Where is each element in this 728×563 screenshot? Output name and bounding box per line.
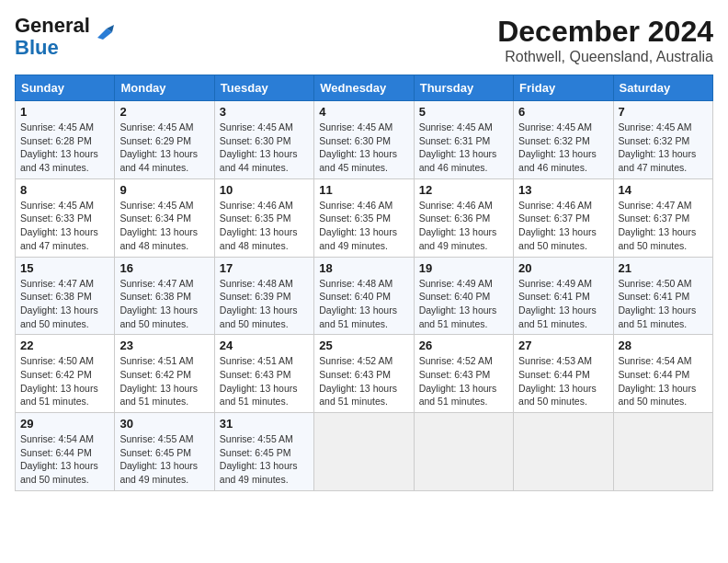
table-row — [314, 413, 414, 491]
day-detail: Sunrise: 4:45 AM Sunset: 6:34 PM Dayligh… — [119, 199, 209, 253]
day-detail: Sunrise: 4:45 AM Sunset: 6:33 PM Dayligh… — [20, 199, 109, 253]
table-row: 16 Sunrise: 4:47 AM Sunset: 6:38 PM Dayl… — [115, 257, 214, 335]
table-row: 2 Sunrise: 4:45 AM Sunset: 6:29 PM Dayli… — [115, 101, 214, 179]
calendar-week-row: 8 Sunrise: 4:45 AM Sunset: 6:33 PM Dayli… — [16, 178, 713, 257]
table-row: 31 Sunrise: 4:55 AM Sunset: 6:45 PM Dayl… — [214, 413, 313, 491]
day-number: 10 — [220, 183, 309, 197]
table-row: 24 Sunrise: 4:51 AM Sunset: 6:43 PM Dayl… — [214, 335, 313, 413]
day-number: 30 — [119, 417, 209, 431]
day-number: 9 — [119, 183, 209, 197]
table-row: 14 Sunrise: 4:47 AM Sunset: 6:37 PM Dayl… — [613, 178, 712, 257]
day-detail: Sunrise: 4:51 AM Sunset: 6:42 PM Dayligh… — [119, 354, 209, 408]
day-header-monday: Monday — [115, 75, 214, 101]
header: General Blue December 2024 Rothwell, Que… — [15, 15, 713, 65]
table-row: 1 Sunrise: 4:45 AM Sunset: 6:28 PM Dayli… — [16, 101, 115, 179]
table-row: 6 Sunrise: 4:45 AM Sunset: 6:32 PM Dayli… — [514, 101, 613, 179]
day-detail: Sunrise: 4:45 AM Sunset: 6:28 PM Dayligh… — [20, 121, 109, 175]
table-row — [613, 413, 712, 491]
day-number: 21 — [619, 261, 708, 275]
day-number: 13 — [518, 183, 608, 197]
table-row: 10 Sunrise: 4:46 AM Sunset: 6:35 PM Dayl… — [214, 178, 313, 257]
day-number: 15 — [20, 261, 109, 275]
day-header-tuesday: Tuesday — [214, 75, 313, 101]
table-row — [514, 413, 613, 491]
table-row: 19 Sunrise: 4:49 AM Sunset: 6:40 PM Dayl… — [414, 257, 513, 335]
title-area: December 2024 Rothwell, Queensland, Aust… — [497, 15, 713, 65]
table-row: 17 Sunrise: 4:48 AM Sunset: 6:39 PM Dayl… — [214, 257, 313, 335]
day-number: 26 — [419, 339, 508, 352]
day-detail: Sunrise: 4:46 AM Sunset: 6:37 PM Dayligh… — [518, 199, 608, 253]
table-row: 12 Sunrise: 4:46 AM Sunset: 6:36 PM Dayl… — [414, 178, 513, 257]
day-detail: Sunrise: 4:48 AM Sunset: 6:39 PM Dayligh… — [220, 277, 309, 331]
day-number: 4 — [319, 105, 408, 119]
table-row: 22 Sunrise: 4:50 AM Sunset: 6:42 PM Dayl… — [16, 335, 115, 413]
day-detail: Sunrise: 4:53 AM Sunset: 6:44 PM Dayligh… — [518, 354, 608, 408]
calendar-header-row: Sunday Monday Tuesday Wednesday Thursday… — [16, 75, 713, 101]
calendar-week-row: 22 Sunrise: 4:50 AM Sunset: 6:42 PM Dayl… — [16, 335, 713, 413]
page-title: December 2024 — [497, 15, 713, 49]
logo-bird-icon — [94, 23, 114, 43]
table-row: 20 Sunrise: 4:49 AM Sunset: 6:41 PM Dayl… — [514, 257, 613, 335]
day-detail: Sunrise: 4:49 AM Sunset: 6:40 PM Dayligh… — [419, 277, 508, 331]
day-number: 16 — [119, 261, 209, 275]
day-number: 8 — [20, 183, 109, 197]
calendar-week-row: 1 Sunrise: 4:45 AM Sunset: 6:28 PM Dayli… — [16, 101, 713, 179]
day-detail: Sunrise: 4:45 AM Sunset: 6:29 PM Dayligh… — [119, 121, 209, 175]
day-detail: Sunrise: 4:54 AM Sunset: 6:44 PM Dayligh… — [619, 354, 708, 408]
table-row — [414, 413, 513, 491]
day-header-saturday: Saturday — [613, 75, 712, 101]
day-detail: Sunrise: 4:52 AM Sunset: 6:43 PM Dayligh… — [319, 354, 408, 408]
day-detail: Sunrise: 4:47 AM Sunset: 6:37 PM Dayligh… — [619, 199, 708, 253]
day-detail: Sunrise: 4:46 AM Sunset: 6:36 PM Dayligh… — [419, 199, 508, 253]
day-detail: Sunrise: 4:45 AM Sunset: 6:31 PM Dayligh… — [419, 121, 508, 175]
day-number: 14 — [619, 183, 708, 197]
table-row: 21 Sunrise: 4:50 AM Sunset: 6:41 PM Dayl… — [613, 257, 712, 335]
day-number: 22 — [20, 339, 109, 352]
day-detail: Sunrise: 4:51 AM Sunset: 6:43 PM Dayligh… — [220, 354, 309, 408]
table-row: 13 Sunrise: 4:46 AM Sunset: 6:37 PM Dayl… — [514, 178, 613, 257]
day-detail: Sunrise: 4:46 AM Sunset: 6:35 PM Dayligh… — [319, 199, 408, 253]
day-header-wednesday: Wednesday — [314, 75, 414, 101]
day-number: 3 — [220, 105, 309, 119]
day-number: 29 — [20, 417, 109, 431]
day-header-friday: Friday — [514, 75, 613, 101]
page-subtitle: Rothwell, Queensland, Australia — [497, 49, 713, 65]
table-row: 9 Sunrise: 4:45 AM Sunset: 6:34 PM Dayli… — [115, 178, 214, 257]
table-row: 23 Sunrise: 4:51 AM Sunset: 6:42 PM Dayl… — [115, 335, 214, 413]
table-row: 18 Sunrise: 4:48 AM Sunset: 6:40 PM Dayl… — [314, 257, 414, 335]
day-detail: Sunrise: 4:54 AM Sunset: 6:44 PM Dayligh… — [20, 432, 109, 487]
calendar-week-row: 29 Sunrise: 4:54 AM Sunset: 6:44 PM Dayl… — [16, 413, 713, 491]
table-row: 30 Sunrise: 4:55 AM Sunset: 6:45 PM Dayl… — [115, 413, 214, 491]
day-number: 17 — [220, 261, 309, 275]
day-number: 1 — [20, 105, 109, 119]
table-row: 7 Sunrise: 4:45 AM Sunset: 6:32 PM Dayli… — [613, 101, 712, 179]
day-detail: Sunrise: 4:48 AM Sunset: 6:40 PM Dayligh… — [319, 277, 408, 331]
day-number: 23 — [119, 339, 209, 352]
table-row: 29 Sunrise: 4:54 AM Sunset: 6:44 PM Dayl… — [16, 413, 115, 491]
table-row: 15 Sunrise: 4:47 AM Sunset: 6:38 PM Dayl… — [16, 257, 115, 335]
day-detail: Sunrise: 4:52 AM Sunset: 6:43 PM Dayligh… — [419, 354, 508, 408]
day-number: 7 — [619, 105, 708, 119]
day-number: 19 — [419, 261, 508, 275]
day-number: 12 — [419, 183, 508, 197]
day-detail: Sunrise: 4:47 AM Sunset: 6:38 PM Dayligh… — [119, 277, 209, 331]
day-detail: Sunrise: 4:50 AM Sunset: 6:42 PM Dayligh… — [20, 354, 109, 408]
table-row: 27 Sunrise: 4:53 AM Sunset: 6:44 PM Dayl… — [514, 335, 613, 413]
day-number: 18 — [319, 261, 408, 275]
table-row: 25 Sunrise: 4:52 AM Sunset: 6:43 PM Dayl… — [314, 335, 414, 413]
calendar-table: Sunday Monday Tuesday Wednesday Thursday… — [15, 75, 713, 491]
day-detail: Sunrise: 4:45 AM Sunset: 6:32 PM Dayligh… — [619, 121, 708, 175]
table-row: 11 Sunrise: 4:46 AM Sunset: 6:35 PM Dayl… — [314, 178, 414, 257]
table-row: 28 Sunrise: 4:54 AM Sunset: 6:44 PM Dayl… — [613, 335, 712, 413]
day-detail: Sunrise: 4:55 AM Sunset: 6:45 PM Dayligh… — [119, 432, 209, 487]
day-number: 2 — [119, 105, 209, 119]
day-number: 6 — [518, 105, 608, 119]
day-number: 31 — [220, 417, 309, 431]
logo-blue: Blue — [15, 36, 59, 59]
day-detail: Sunrise: 4:47 AM Sunset: 6:38 PM Dayligh… — [20, 277, 109, 331]
day-number: 28 — [619, 339, 708, 352]
table-row: 3 Sunrise: 4:45 AM Sunset: 6:30 PM Dayli… — [214, 101, 313, 179]
table-row: 8 Sunrise: 4:45 AM Sunset: 6:33 PM Dayli… — [16, 178, 115, 257]
day-detail: Sunrise: 4:45 AM Sunset: 6:30 PM Dayligh… — [220, 121, 309, 175]
day-number: 24 — [220, 339, 309, 352]
